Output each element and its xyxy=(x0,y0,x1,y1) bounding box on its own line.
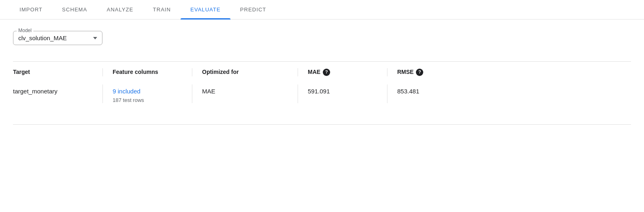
bottom-divider xyxy=(13,124,631,125)
main-content: Model clv_solution_MAE Target Feature co… xyxy=(0,19,644,136)
model-selector-value: clv_solution_MAE xyxy=(18,35,67,41)
rmse-header-label: RMSE xyxy=(397,68,413,76)
tab-train[interactable]: TRAIN xyxy=(143,0,181,19)
col-mae-header: MAE ? xyxy=(298,68,387,76)
model-selector-wrapper: Model clv_solution_MAE xyxy=(13,31,631,45)
target-value: target_monetary xyxy=(13,88,102,95)
col-optimized-header: Optimized for xyxy=(192,68,298,76)
dropdown-arrow-icon xyxy=(93,37,97,39)
stats-section: Target Feature columns Optimized for MAE… xyxy=(13,61,631,108)
col-target-header: Target xyxy=(13,68,102,76)
rmse-help-icon[interactable]: ? xyxy=(416,69,423,76)
tab-navigation: IMPORT SCHEMA ANALYZE TRAIN EVALUATE PRE… xyxy=(0,0,644,19)
model-selector-label: Model xyxy=(17,28,33,33)
col-optimized-value: MAE xyxy=(192,84,298,103)
tab-predict[interactable]: PREDICT xyxy=(231,0,276,19)
col-rmse-value: 853.481 xyxy=(387,84,631,103)
tab-schema[interactable]: SCHEMA xyxy=(52,0,97,19)
model-selector-dropdown[interactable]: Model clv_solution_MAE xyxy=(13,31,102,45)
tab-import[interactable]: IMPORT xyxy=(10,0,52,19)
feature-included-link[interactable]: 9 included xyxy=(113,88,192,95)
feature-test-rows: 187 test rows xyxy=(113,97,192,103)
rmse-value: 853.481 xyxy=(397,88,631,95)
col-target-value: target_monetary xyxy=(13,84,102,103)
col-rmse-header: RMSE ? xyxy=(387,68,631,76)
stats-data-row: target_monetary 9 included 187 test rows… xyxy=(13,80,631,108)
stats-header-row: Target Feature columns Optimized for MAE… xyxy=(13,62,631,80)
tab-evaluate[interactable]: EVALUATE xyxy=(181,0,230,19)
target-header-label: Target xyxy=(13,68,102,76)
col-feature-header: Feature columns xyxy=(102,68,192,76)
mae-value: 591.091 xyxy=(308,88,387,95)
mae-help-icon[interactable]: ? xyxy=(323,69,330,76)
col-feature-value: 9 included 187 test rows xyxy=(102,84,192,103)
tab-analyze[interactable]: ANALYZE xyxy=(97,0,143,19)
optimized-header-label: Optimized for xyxy=(202,68,298,76)
feature-header-label: Feature columns xyxy=(113,68,192,76)
col-mae-value: 591.091 xyxy=(298,84,387,103)
optimized-value: MAE xyxy=(202,88,298,95)
mae-header-label: MAE xyxy=(308,68,320,76)
